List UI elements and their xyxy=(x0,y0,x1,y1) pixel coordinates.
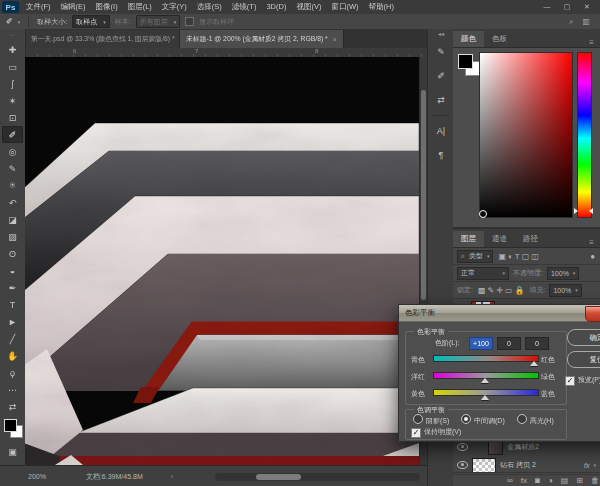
filter-adjustment-layers-icon[interactable]: ◐ xyxy=(508,252,513,261)
canvas[interactable] xyxy=(25,57,419,465)
color-picker-marker[interactable] xyxy=(479,210,487,218)
brush-settings-panel-icon[interactable]: ✐ xyxy=(431,66,451,86)
levels-field-2[interactable]: 0 xyxy=(497,337,521,350)
adjustment-layer-icon[interactable]: ◑ xyxy=(548,476,553,485)
status-menu-arrow-icon[interactable]: › xyxy=(171,473,173,480)
preserve-luminosity-checkbox[interactable]: ✓保持明度(V) xyxy=(411,427,461,438)
hand-tool[interactable]: ✋ xyxy=(2,347,23,364)
checkbox-icon[interactable]: ✓ xyxy=(565,376,575,386)
lasso-tool[interactable]: ʃ xyxy=(2,75,23,92)
lock-pixels-icon[interactable]: ✎ xyxy=(488,286,495,295)
layer-name[interactable]: 金属材质2 xyxy=(507,442,539,452)
eyedropper-tool[interactable]: ✐ xyxy=(2,126,23,143)
type-tool[interactable]: T xyxy=(2,296,23,313)
pen-tool[interactable]: ✒ xyxy=(2,279,23,296)
layer-filter-dropdown[interactable]: ⌕ 类型 ▾ xyxy=(457,250,493,263)
slider-marker[interactable] xyxy=(530,361,538,366)
tab-swatches[interactable]: 色板 xyxy=(484,31,515,47)
panel-menu-icon[interactable]: ≡ xyxy=(589,38,600,47)
smudge-tool[interactable]: ʘ xyxy=(2,245,23,262)
shadows-radio[interactable]: 阴影(S) xyxy=(413,414,449,426)
horizontal-scrollbar[interactable] xyxy=(215,473,420,481)
midtones-radio[interactable]: 中间调(D) xyxy=(461,414,505,426)
add-mask-icon[interactable]: ◙ xyxy=(535,476,540,485)
highlights-radio[interactable]: 高光(H) xyxy=(517,414,554,426)
menu-view[interactable]: 视图(V) xyxy=(292,1,325,13)
tab-paths[interactable]: 路径 xyxy=(515,231,546,247)
crop-tool[interactable]: ⊡ xyxy=(2,109,23,126)
menu-file[interactable]: 文件(F) xyxy=(22,1,55,13)
magic-wand-tool[interactable]: ✶ xyxy=(2,92,23,109)
eraser-tool[interactable]: ◪ xyxy=(2,211,23,228)
preview-checkbox[interactable]: ✓预览(P) xyxy=(565,375,600,386)
toolbar-grip[interactable]: ⋯ xyxy=(10,29,16,41)
character-panel-icon[interactable]: A| xyxy=(431,121,451,141)
hue-slider-marker[interactable] xyxy=(574,208,593,213)
close-icon[interactable]: × xyxy=(333,36,337,43)
lock-artboard-icon[interactable]: ▭ xyxy=(505,286,513,295)
move-tool[interactable]: ✚ xyxy=(2,41,23,58)
tab-layers[interactable]: 图层 xyxy=(453,231,484,247)
foreground-color-swatch[interactable] xyxy=(458,54,473,69)
radio-icon[interactable] xyxy=(517,414,527,424)
visibility-eye-icon[interactable] xyxy=(457,443,468,451)
layer-thumbnail[interactable] xyxy=(472,458,496,473)
close-button[interactable]: ✕ xyxy=(582,3,592,11)
minimize-button[interactable]: — xyxy=(542,3,552,11)
color-chips[interactable] xyxy=(2,417,23,441)
shape-tool[interactable]: ╱ xyxy=(2,330,23,347)
blend-mode-dropdown[interactable]: 正常 ▾ xyxy=(457,267,509,280)
radio-icon[interactable] xyxy=(461,414,471,424)
history-brush-tool[interactable]: ↶ xyxy=(2,194,23,211)
zoom-level[interactable]: 200% xyxy=(28,473,46,480)
tool-preset-caret-icon[interactable]: ▾ xyxy=(18,19,21,25)
maximize-button[interactable]: ▢ xyxy=(562,3,572,11)
menu-help[interactable]: 帮助(H) xyxy=(365,1,398,13)
cyan-red-slider[interactable] xyxy=(433,353,537,365)
menu-3d[interactable]: 3D(D) xyxy=(262,1,290,13)
brush-tool[interactable]: ✎ xyxy=(2,160,23,177)
sample-dropdown[interactable]: 所有图层 ▾ xyxy=(136,15,181,28)
edit-toolbar[interactable]: ⋯ xyxy=(2,381,23,398)
menu-type[interactable]: 文字(Y) xyxy=(158,1,191,13)
dialog-title-bar[interactable]: 色彩平衡 xyxy=(399,305,600,322)
tab-channels[interactable]: 通道 xyxy=(484,231,515,247)
saturation-brightness-field[interactable] xyxy=(479,52,573,218)
tab-color[interactable]: 颜色 xyxy=(453,31,484,47)
clone-stamp-tool[interactable]: ⍟ xyxy=(2,177,23,194)
delete-layer-icon[interactable]: 🗑 xyxy=(591,476,599,485)
levels-field-1[interactable]: +100 xyxy=(469,337,493,350)
panel-menu-icon[interactable]: ≡ xyxy=(589,238,600,247)
slider-marker[interactable] xyxy=(481,395,489,400)
marquee-tool[interactable]: ▭ xyxy=(2,58,23,75)
horizontal-scrollbar-thumb[interactable] xyxy=(256,474,301,480)
menu-edit[interactable]: 编辑(E) xyxy=(57,1,90,13)
checkbox-icon[interactable]: ✓ xyxy=(411,428,421,438)
filter-pixel-layers-icon[interactable]: ▣ xyxy=(498,252,506,261)
layer-name[interactable]: 钻石 拷贝 2 xyxy=(500,460,536,470)
layer-style-icon[interactable]: fx xyxy=(521,476,527,485)
dialog-close-button[interactable]: ✕ xyxy=(585,306,600,322)
eyedropper-icon[interactable]: ✐ xyxy=(6,17,13,26)
hue-slider[interactable] xyxy=(577,52,592,218)
menu-image[interactable]: 图像(I) xyxy=(92,1,122,13)
reset-button[interactable]: 复位 xyxy=(567,351,600,368)
search-icon[interactable]: ⌕ xyxy=(569,17,573,27)
magenta-green-slider[interactable] xyxy=(433,370,537,382)
swap-colors[interactable]: ⇄ xyxy=(2,398,23,415)
menu-filter[interactable]: 滤镜(T) xyxy=(228,1,261,13)
brush-presets-panel-icon[interactable]: ✎ xyxy=(431,42,451,62)
filter-toggle-icon[interactable]: ● xyxy=(590,252,595,261)
vertical-scrollbar-thumb[interactable] xyxy=(421,90,426,300)
path-select-tool[interactable]: ► xyxy=(2,313,23,330)
ok-button[interactable]: 确定 xyxy=(567,329,600,346)
quick-mask[interactable]: ▣ xyxy=(2,443,23,460)
opacity-field[interactable]: 100% ▾ xyxy=(547,267,579,280)
show-sampling-ring-checkbox[interactable] xyxy=(185,17,194,26)
visibility-eye-icon[interactable] xyxy=(457,461,468,469)
healing-brush-tool[interactable]: ◎ xyxy=(2,143,23,160)
document-tab-2[interactable]: 未标题-1 @ 200% (金属材质2 拷贝 2, RGB/8) * × xyxy=(180,30,344,48)
filter-type-layers-icon[interactable]: T xyxy=(515,252,520,261)
filter-shape-layers-icon[interactable]: ▢ xyxy=(522,252,530,261)
lock-all-icon[interactable]: 🔒 xyxy=(514,286,524,295)
